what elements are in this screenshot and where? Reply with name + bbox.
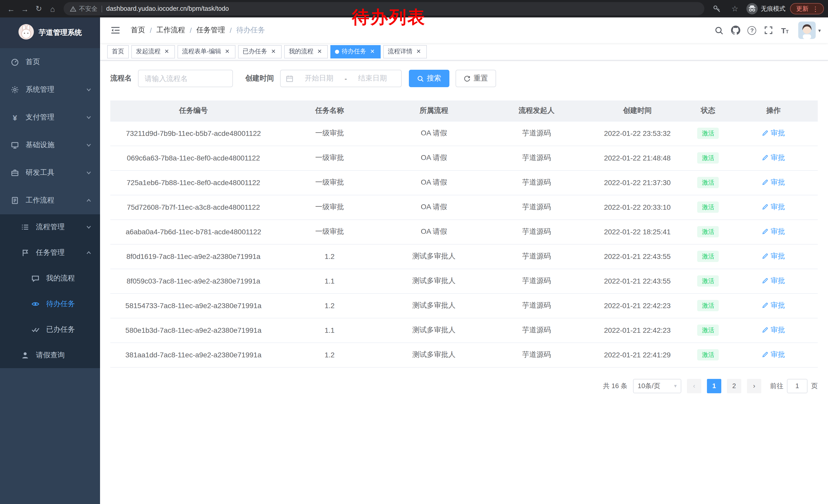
tab-process-detail[interactable]: 流程详情 ✕ bbox=[383, 45, 427, 58]
divider bbox=[101, 5, 102, 12]
task-starter: 芋道源码 bbox=[522, 326, 551, 334]
edit-icon bbox=[762, 302, 769, 309]
sidebar-item-process-management[interactable]: 流程管理 bbox=[0, 214, 100, 240]
status-badge: 激活 bbox=[697, 300, 719, 311]
close-icon[interactable]: ✕ bbox=[415, 48, 422, 55]
approve-button[interactable]: 审批 bbox=[762, 350, 785, 359]
approve-button[interactable]: 审批 bbox=[762, 326, 785, 335]
status-badge: 激活 bbox=[697, 251, 719, 262]
task-name: 一级审批 bbox=[315, 129, 344, 137]
help-icon[interactable]: ? bbox=[744, 19, 760, 42]
refresh-icon[interactable]: ↻ bbox=[32, 2, 46, 16]
incognito-badge: 无痕模式 bbox=[746, 3, 785, 14]
screen: ← → ↻ ⌂ 不安全 dashboard.yudao.iocoder.cn/b… bbox=[0, 0, 828, 504]
search-icon bbox=[417, 75, 424, 82]
sidebar-item-todo-tasks[interactable]: 待办任务 bbox=[0, 291, 100, 317]
monitor-icon bbox=[10, 141, 19, 149]
task-starter: 芋道源码 bbox=[522, 202, 551, 211]
sidebar-item-task-management[interactable]: 任务管理 bbox=[0, 240, 100, 266]
tab-start-process[interactable]: 发起流程 ✕ bbox=[131, 45, 175, 58]
tags-view: 首页 发起流程 ✕ 流程表单-编辑 ✕ 已办任务 ✕ 我的流程 ✕ bbox=[100, 43, 828, 60]
approve-button[interactable]: 审批 bbox=[762, 178, 785, 187]
task-process: OA 请假 bbox=[421, 129, 447, 137]
chevron-down-icon bbox=[86, 87, 92, 93]
sidebar-item-done-tasks[interactable]: 已办任务 bbox=[0, 317, 100, 342]
goto-page-input[interactable] bbox=[787, 379, 808, 393]
approve-button[interactable]: 审批 bbox=[762, 129, 785, 138]
column-actions: 操作 bbox=[729, 100, 818, 121]
forward-icon[interactable]: → bbox=[18, 2, 32, 16]
tab-home[interactable]: 首页 bbox=[107, 45, 129, 58]
home-icon[interactable]: ⌂ bbox=[46, 2, 59, 16]
toolbox-icon bbox=[10, 169, 19, 177]
process-name-input[interactable] bbox=[138, 70, 233, 87]
prev-page-button[interactable]: ‹ bbox=[687, 379, 701, 393]
task-id: 8f0d1619-7ac8-11ec-a9e2-a2380e71991a bbox=[126, 252, 261, 261]
close-icon[interactable]: ✕ bbox=[224, 48, 231, 55]
chevron-down-icon bbox=[86, 142, 92, 148]
task-name: 一级审批 bbox=[315, 202, 344, 211]
breadcrumb-home[interactable]: 首页 bbox=[131, 26, 145, 35]
sidebar-item-infrastructure[interactable]: 基础设施 bbox=[0, 131, 100, 159]
sidebar-item-workflow[interactable]: 工作流程 bbox=[0, 187, 100, 214]
sidebar-item-payment[interactable]: ¥ 支付管理 bbox=[0, 103, 100, 131]
key-icon[interactable] bbox=[709, 2, 723, 16]
github-icon[interactable] bbox=[728, 19, 744, 42]
tab-process-form-edit[interactable]: 流程表单-编辑 ✕ bbox=[177, 45, 236, 58]
approve-button[interactable]: 审批 bbox=[762, 301, 785, 310]
table-header-row: 任务编号 任务名称 所属流程 流程发起人 创建时间 状态 操作 bbox=[110, 100, 818, 121]
search-button[interactable]: 搜索 bbox=[409, 70, 449, 87]
approve-button[interactable]: 审批 bbox=[762, 202, 785, 212]
sidebar-item-system[interactable]: 系统管理 bbox=[0, 76, 100, 103]
approve-button[interactable]: 审批 bbox=[762, 227, 785, 236]
breadcrumb-task-management[interactable]: 任务管理 bbox=[197, 26, 225, 35]
close-icon[interactable]: ✕ bbox=[163, 48, 170, 55]
app-logo[interactable]: 芋道管理系统 bbox=[0, 17, 100, 48]
date-range-picker[interactable]: 开始日期 - 结束日期 bbox=[280, 70, 402, 87]
browser-menu-icon[interactable]: ⋮ bbox=[812, 5, 819, 12]
status-badge: 激活 bbox=[697, 349, 719, 360]
user-avatar[interactable] bbox=[798, 21, 816, 39]
task-starter: 芋道源码 bbox=[522, 276, 551, 284]
page-button-2[interactable]: 2 bbox=[727, 379, 741, 393]
user-icon bbox=[20, 351, 30, 359]
sidebar-item-home[interactable]: 首页 bbox=[0, 48, 100, 76]
sidebar-item-my-process[interactable]: 我的流程 bbox=[0, 266, 100, 291]
task-id: 069c6a63-7b8a-11ec-8ef0-acde48001122 bbox=[127, 154, 260, 162]
search-icon[interactable] bbox=[711, 19, 728, 42]
close-icon[interactable]: ✕ bbox=[316, 48, 323, 55]
sidebar-item-leave-query[interactable]: 请假查询 bbox=[0, 342, 100, 368]
menu-fold-icon[interactable] bbox=[107, 17, 124, 43]
address-bar[interactable]: 不安全 dashboard.yudao.iocoder.cn/bpm/task/… bbox=[64, 2, 704, 15]
close-icon[interactable]: ✕ bbox=[369, 48, 376, 55]
breadcrumb-current: 待办任务 bbox=[236, 26, 265, 35]
status-badge: 激活 bbox=[697, 152, 719, 164]
back-icon[interactable]: ← bbox=[4, 2, 18, 16]
approve-button[interactable]: 审批 bbox=[762, 153, 785, 163]
incognito-icon bbox=[746, 3, 758, 14]
browser-update-button[interactable]: 更新 ⋮ bbox=[790, 3, 824, 14]
close-icon[interactable]: ✕ bbox=[270, 48, 277, 55]
security-chip[interactable]: 不安全 bbox=[70, 4, 97, 13]
tab-done-tasks[interactable]: 已办任务 ✕ bbox=[238, 45, 282, 58]
next-page-button[interactable]: › bbox=[747, 379, 761, 393]
sidebar-item-devtools[interactable]: 研发工具 bbox=[0, 159, 100, 187]
task-time: 2022-01-21 22:43:55 bbox=[604, 252, 671, 261]
page-size-select[interactable]: 10条/页 ▾ bbox=[633, 379, 681, 393]
avatar-caret-icon[interactable]: ▾ bbox=[818, 28, 821, 33]
approve-button[interactable]: 审批 bbox=[762, 252, 785, 261]
task-name: 1.2 bbox=[325, 302, 335, 310]
reset-button[interactable]: 重置 bbox=[456, 70, 496, 87]
approve-button[interactable]: 审批 bbox=[762, 276, 785, 286]
sidebar: 芋道管理系统 首页 系统管理 ¥ 支付管理 bbox=[0, 17, 100, 504]
breadcrumb: 首页 / 工作流程 / 任务管理 / 待办任务 bbox=[131, 26, 265, 35]
start-date-placeholder: 开始日期 bbox=[295, 74, 342, 83]
page-content: 流程名 创建时间 开始日期 - 结束日期 搜索 重 bbox=[100, 60, 828, 504]
page-button-1[interactable]: 1 bbox=[707, 379, 721, 393]
fullscreen-icon[interactable] bbox=[760, 19, 777, 42]
breadcrumb-workflow[interactable]: 工作流程 bbox=[157, 26, 185, 35]
tab-my-process[interactable]: 我的流程 ✕ bbox=[284, 45, 328, 58]
font-size-icon[interactable]: TT bbox=[777, 19, 793, 42]
tab-todo-tasks[interactable]: 待办任务 ✕ bbox=[330, 45, 381, 58]
bookmark-star-icon[interactable]: ☆ bbox=[728, 2, 742, 16]
